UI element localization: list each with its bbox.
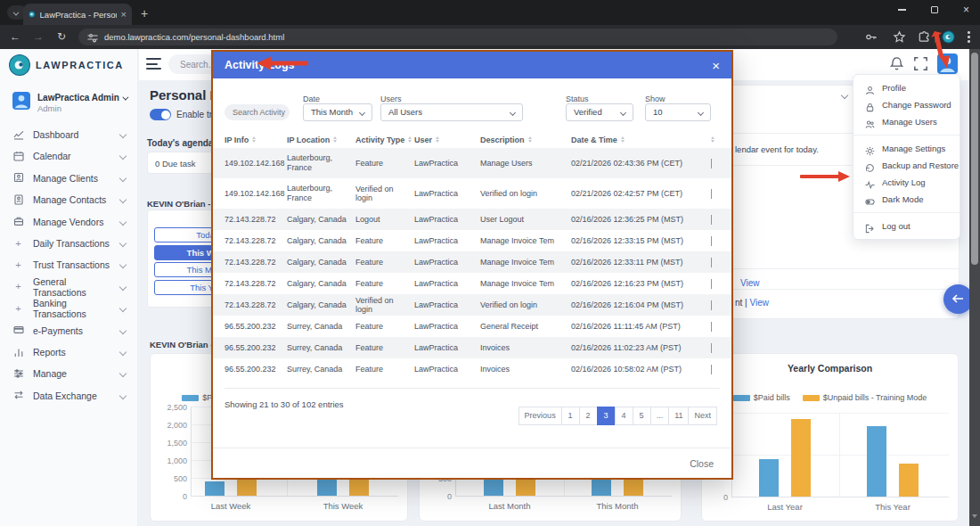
row-expand-chevron-icon[interactable] bbox=[711, 236, 712, 246]
page-scrollbar[interactable] bbox=[969, 49, 980, 526]
fullscreen-icon[interactable] bbox=[913, 56, 928, 71]
sidebar-item-data-exchange[interactable]: Data Exchange bbox=[0, 385, 138, 407]
table-row[interactable]: 96.55.200.232Surrey, CanadaFeatureLawPra… bbox=[213, 316, 731, 337]
window-minimize-button[interactable] bbox=[898, 9, 906, 11]
sidebar-user-name[interactable]: LawPractica Admin bbox=[37, 93, 127, 103]
sidebar-item-manage[interactable]: Manage bbox=[0, 363, 138, 384]
column-header-description[interactable]: Description bbox=[480, 136, 571, 144]
sidebar-item-label: Manage Clients bbox=[33, 173, 98, 184]
restore-icon bbox=[865, 160, 875, 170]
row-expand-chevron-icon[interactable] bbox=[711, 322, 712, 332]
sidebar-item-manage-contacts[interactable]: Manage Contacts bbox=[0, 189, 138, 210]
page-button-4[interactable]: 4 bbox=[615, 407, 633, 425]
address-bar[interactable]: demo.lawpractica.com/personal-dashboard.… bbox=[78, 29, 837, 45]
row-expand-chevron-icon[interactable] bbox=[711, 215, 712, 225]
table-row[interactable]: 72.143.228.72Calgary, CanadaLogoutLawPra… bbox=[213, 209, 731, 230]
view-link[interactable]: View bbox=[750, 298, 770, 308]
menu-item-dark-mode[interactable]: Dark Mode bbox=[853, 191, 960, 208]
password-key-icon[interactable] bbox=[864, 30, 878, 44]
activity-search-input[interactable] bbox=[225, 104, 290, 120]
scrollbar-down-arrow[interactable] bbox=[972, 514, 977, 518]
sidebar-item-daily-transactions[interactable]: +Daily Transactions bbox=[0, 233, 138, 254]
row-expand-chevron-icon[interactable] bbox=[711, 343, 712, 353]
column-header-activity-type[interactable]: Activity Type bbox=[355, 136, 414, 144]
lawpractica-extension-icon[interactable] bbox=[942, 30, 955, 44]
reload-button[interactable]: ↻ bbox=[55, 30, 68, 43]
row-expand-chevron-icon[interactable] bbox=[711, 300, 712, 310]
chevron-down-icon[interactable] bbox=[841, 92, 848, 99]
sort-icon bbox=[436, 136, 439, 143]
modal-close-icon[interactable]: × bbox=[712, 58, 720, 73]
table-row[interactable]: 72.143.228.72Calgary, CanadaVerified on … bbox=[213, 294, 731, 316]
page-button-5[interactable]: 5 bbox=[633, 407, 651, 425]
filter-select-show[interactable]: 10 bbox=[645, 103, 711, 121]
sidebar-item-trust-transactions[interactable]: +Trust Transactions bbox=[0, 254, 138, 275]
row-expand-chevron-icon[interactable] bbox=[711, 189, 712, 199]
table-row[interactable]: 149.102.142.168Lauterbourg, FranceFeatur… bbox=[213, 148, 731, 178]
view-link[interactable]: View bbox=[740, 278, 760, 288]
filter-select-users[interactable]: All Users bbox=[380, 103, 523, 121]
table-row[interactable]: 72.143.228.72Calgary, CanadaFeatureLawPr… bbox=[213, 251, 731, 273]
tab-close-icon[interactable]: × bbox=[121, 9, 127, 20]
sidebar-item-manage-clients[interactable]: Manage Clients bbox=[0, 168, 138, 189]
row-expand-chevron-icon[interactable] bbox=[711, 279, 712, 289]
menu-item-activity-log[interactable]: Activity Log bbox=[853, 174, 960, 191]
row-expand-chevron-icon[interactable] bbox=[711, 365, 712, 374]
table-row[interactable]: 72.143.228.72Calgary, CanadaFeatureLawPr… bbox=[213, 230, 731, 251]
menu-item-log-out[interactable]: Log out bbox=[853, 218, 960, 234]
row-expand-chevron-icon[interactable] bbox=[711, 159, 712, 168]
user-avatar[interactable] bbox=[937, 53, 958, 74]
page-button-1[interactable]: 1 bbox=[561, 407, 580, 425]
cell-description: Manage Users bbox=[480, 159, 571, 168]
filter-select-status[interactable]: Verified bbox=[566, 103, 633, 121]
extensions-icon[interactable] bbox=[918, 30, 931, 44]
sidebar-item-calendar[interactable]: Calendar bbox=[0, 145, 138, 167]
page-button-3[interactable]: 3 bbox=[597, 407, 616, 425]
page-button-2[interactable]: 2 bbox=[579, 407, 598, 425]
sidebar-item-reports[interactable]: Reports bbox=[0, 341, 138, 363]
sidebar-item-general-transactions[interactable]: +General Transactions bbox=[0, 276, 138, 298]
scrollbar-thumb[interactable] bbox=[971, 53, 978, 265]
sidebar-item-e-payments[interactable]: e-Payments bbox=[0, 320, 138, 341]
filter-select-date[interactable]: This Month bbox=[303, 103, 372, 121]
sidebar-item-manage-vendors[interactable]: Manage Vendors bbox=[0, 211, 138, 233]
browser-menu-icon[interactable] bbox=[968, 31, 970, 43]
cell-date-time: 02/16/2026 12:33:11 PM (MST) bbox=[571, 258, 711, 267]
back-button[interactable]: ← bbox=[9, 30, 21, 43]
page-button-11[interactable]: 11 bbox=[668, 407, 689, 425]
table-row[interactable]: 96.55.200.232Surrey, CanadaFeatureLawPra… bbox=[213, 337, 731, 358]
sidebar-item-dashboard[interactable]: Dashboard bbox=[0, 124, 138, 145]
table-row[interactable]: 96.55.200.232Surrey, CanadaFeatureLawPra… bbox=[213, 358, 731, 380]
training-mode-toggle[interactable] bbox=[150, 109, 171, 120]
column-header-user[interactable]: User bbox=[414, 136, 480, 144]
menu-item-backup-and-restore[interactable]: Backup and Restore bbox=[853, 157, 960, 174]
column-header-ip-info[interactable]: IP Info bbox=[225, 136, 287, 144]
legend-item[interactable]: $Unpaid bills - Training Mode bbox=[803, 393, 927, 402]
menu-item-manage-users[interactable]: Manage Users bbox=[853, 113, 960, 130]
menu-item-change-password[interactable]: Change Password bbox=[853, 96, 960, 113]
menu-item-manage-settings[interactable]: Manage Settings bbox=[853, 140, 960, 157]
menu-item-profile[interactable]: Profile bbox=[853, 79, 960, 96]
hamburger-menu-icon[interactable] bbox=[146, 58, 161, 70]
bell-icon[interactable] bbox=[889, 56, 904, 71]
browser-tab[interactable]: LawPractica - Personal Dashbo × bbox=[23, 4, 132, 25]
window-maximize-button[interactable] bbox=[931, 6, 938, 13]
bookmark-star-icon[interactable] bbox=[893, 30, 906, 44]
column-header-date-time[interactable]: Date & Time bbox=[571, 136, 711, 144]
sidebar-item-banking-transactions[interactable]: +Banking Transactions bbox=[0, 298, 138, 319]
page-button-previous[interactable]: Previous bbox=[519, 407, 562, 425]
window-close-button[interactable]: × bbox=[963, 5, 969, 14]
modal-close-button[interactable]: Close bbox=[690, 458, 714, 469]
table-row[interactable]: 72.143.228.72Calgary, CanadaFeatureLawPr… bbox=[213, 273, 731, 294]
page-button-next[interactable]: Next bbox=[688, 407, 717, 425]
table-row[interactable]: 149.102.142.168Lauterbourg, FranceVerifi… bbox=[213, 178, 731, 209]
legend-item[interactable]: $Paid bills bbox=[733, 393, 790, 402]
brand-logo[interactable]: LAWPRACTICA bbox=[8, 53, 124, 77]
sidebar-user-avatar[interactable] bbox=[12, 92, 30, 110]
menu-item-label: Manage Settings bbox=[882, 144, 945, 153]
row-expand-chevron-icon[interactable] bbox=[711, 258, 712, 267]
new-tab-button[interactable]: + bbox=[141, 7, 148, 20]
column-header-ip-location[interactable]: IP Location bbox=[287, 136, 355, 144]
forward-button[interactable]: → bbox=[32, 30, 45, 43]
page-button--[interactable]: ... bbox=[650, 407, 670, 425]
